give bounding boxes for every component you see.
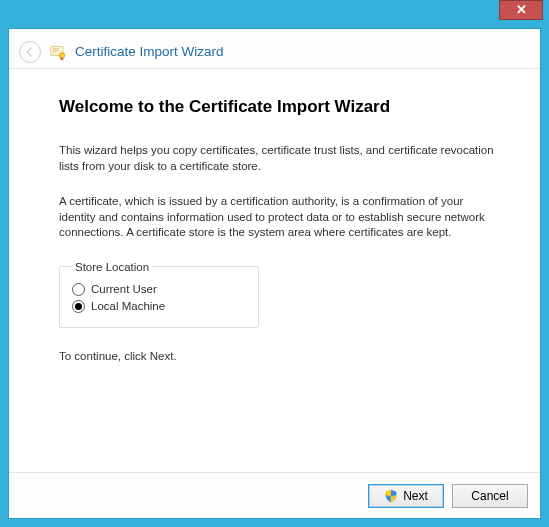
back-button	[19, 41, 41, 63]
radio-icon	[72, 283, 85, 296]
certificate-icon	[49, 43, 67, 61]
radio-label: Current User	[91, 283, 157, 295]
wizard-content: Welcome to the Certificate Import Wizard…	[9, 69, 540, 472]
radio-local-machine[interactable]: Local Machine	[72, 300, 246, 313]
wizard-window: ✕ Certificate Import Wizard Welcome to t…	[0, 0, 549, 527]
radio-current-user[interactable]: Current User	[72, 283, 246, 296]
wizard-footer: Next Cancel	[9, 472, 540, 518]
client-area: Certificate Import Wizard Welcome to the…	[8, 28, 541, 519]
wizard-header: Certificate Import Wizard	[9, 29, 540, 69]
cancel-button-label: Cancel	[471, 489, 508, 503]
wizard-title: Certificate Import Wizard	[75, 44, 224, 59]
next-button-label: Next	[403, 489, 428, 503]
close-icon: ✕	[516, 2, 527, 17]
uac-shield-icon	[384, 489, 398, 503]
store-location-group: Store Location Current User Local Machin…	[59, 261, 259, 328]
back-arrow-icon	[23, 45, 37, 59]
svg-point-1	[59, 52, 65, 58]
titlebar: ✕	[0, 0, 549, 28]
radio-label: Local Machine	[91, 300, 165, 312]
intro-paragraph-2: A certificate, which is issued by a cert…	[59, 194, 500, 241]
radio-icon	[72, 300, 85, 313]
intro-paragraph-1: This wizard helps you copy certificates,…	[59, 143, 500, 174]
cancel-button[interactable]: Cancel	[452, 484, 528, 508]
next-button[interactable]: Next	[368, 484, 444, 508]
close-button[interactable]: ✕	[499, 0, 543, 20]
continue-note: To continue, click Next.	[59, 350, 500, 362]
page-heading: Welcome to the Certificate Import Wizard	[59, 97, 500, 117]
store-location-legend: Store Location	[72, 261, 152, 273]
